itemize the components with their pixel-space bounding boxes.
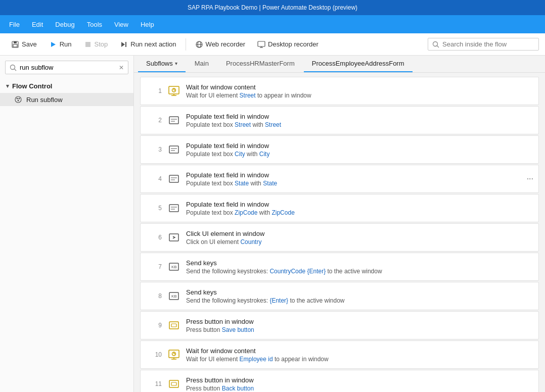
svg-line-16	[15, 69, 17, 71]
row-number: 7	[147, 263, 162, 270]
desktop-recorder-button[interactable]: Desktop recorder	[252, 38, 324, 51]
menu-help[interactable]: Help	[135, 19, 159, 30]
row-number: 1	[147, 87, 162, 94]
sidebar-item-run-subflow[interactable]: Run subflow	[0, 93, 133, 106]
svg-rect-4	[85, 42, 90, 47]
action-icon	[167, 201, 181, 215]
run-button[interactable]: Run	[44, 38, 77, 51]
menu-debug[interactable]: Debug	[50, 19, 79, 30]
tab-main[interactable]: Main	[187, 56, 217, 72]
menu-file[interactable]: File	[4, 19, 25, 30]
menu-tools[interactable]: Tools	[82, 19, 107, 30]
clear-search-icon[interactable]: ✕	[119, 64, 124, 71]
svg-rect-27	[169, 117, 178, 124]
svg-line-14	[437, 45, 439, 47]
action-content: Send keys Send the following keystrokes:…	[186, 288, 532, 304]
action-title: Click UI element in window	[186, 230, 532, 237]
click-icon	[168, 231, 180, 243]
svg-point-18	[17, 98, 18, 100]
web-recorder-button[interactable]: Web recorder	[190, 38, 251, 51]
action-content: Populate text field in window Populate t…	[186, 142, 532, 158]
action-row[interactable]: 11 Press button in window Press button B…	[140, 370, 539, 392]
svg-rect-30	[169, 146, 178, 153]
svg-rect-6	[125, 42, 126, 47]
sidebar-search-input[interactable]: run subflow	[20, 64, 116, 71]
svg-marker-5	[121, 42, 125, 47]
stop-button[interactable]: Stop	[79, 38, 113, 51]
action-icon	[167, 377, 181, 391]
category-flow-control[interactable]: ▾ Flow Control	[0, 79, 133, 93]
action-title: Populate text field in window	[186, 201, 532, 208]
action-title: Send keys	[186, 288, 532, 296]
row-number: 6	[147, 234, 162, 241]
tab-subflows[interactable]: Subflows ▾	[138, 56, 186, 72]
row-number: 8	[147, 292, 162, 300]
action-row[interactable]: 1 Wait for window content Wait for UI el…	[140, 77, 539, 105]
row-number: 4	[147, 175, 162, 182]
populate-icon	[168, 114, 180, 126]
action-content: Press button in window Press button Back…	[186, 376, 532, 392]
action-row[interactable]: 8 KB Send keys Send the following keystr…	[140, 282, 539, 310]
action-icon	[167, 230, 181, 244]
category-label: Flow Control	[12, 82, 52, 90]
svg-point-13	[433, 41, 438, 46]
row-number: 10	[147, 351, 162, 358]
menu-edit[interactable]: Edit	[27, 19, 48, 30]
svg-point-20	[18, 100, 19, 102]
action-title: Press button in window	[186, 376, 532, 384]
desktop-recorder-icon	[257, 40, 265, 48]
action-title: Populate text field in window	[186, 171, 532, 179]
action-row[interactable]: 10 Wait for window content Wait for UI e…	[140, 340, 539, 369]
action-row[interactable]: 7 KB Send keys Send the following keystr…	[140, 253, 539, 281]
web-recorder-icon	[195, 40, 203, 48]
main-layout: run subflow ✕ ▾ Flow Control Run subflow…	[0, 56, 545, 392]
svg-rect-39	[169, 234, 178, 241]
action-row[interactable]: 2 Populate text field in window Populate…	[140, 106, 539, 134]
row-number: 5	[147, 205, 162, 212]
action-desc: Wait for UI element Employee id to appea…	[186, 356, 532, 363]
action-desc: Press button Back button	[186, 385, 532, 392]
menu-bar: File Edit Debug Tools View Help	[0, 15, 545, 33]
send-icon: KB	[168, 261, 180, 273]
action-row[interactable]: 9 Press button in window Press button Sa…	[140, 311, 539, 339]
svg-marker-3	[51, 42, 56, 47]
action-row[interactable]: 4 Populate text field in window Populate…	[140, 165, 539, 193]
action-icon	[167, 113, 181, 127]
action-content: Populate text field in window Populate t…	[186, 201, 532, 216]
action-title: Populate text field in window	[186, 142, 532, 150]
action-row[interactable]: 3 Populate text field in window Populate…	[140, 135, 539, 164]
svg-rect-45	[171, 324, 176, 327]
action-row[interactable]: 5 Populate text field in window Populate…	[140, 194, 539, 222]
tab-process-hr[interactable]: ProcessHRMasterForm	[218, 56, 303, 72]
action-icon	[167, 348, 181, 362]
save-icon	[11, 40, 19, 48]
svg-rect-36	[169, 205, 178, 212]
sidebar-search-container[interactable]: run subflow ✕	[5, 61, 128, 74]
menu-view[interactable]: View	[109, 19, 133, 30]
flow-canvas[interactable]: 1 Wait for window content Wait for UI el…	[134, 73, 545, 392]
action-row[interactable]: 6 Click UI element in window Click on UI…	[140, 223, 539, 252]
chevron-icon: ▾	[6, 83, 9, 89]
action-title: Wait for window content	[186, 83, 532, 91]
subflows-dropdown-icon[interactable]: ▾	[175, 61, 177, 66]
sidebar: run subflow ✕ ▾ Flow Control Run subflow	[0, 56, 134, 392]
press-icon	[168, 378, 180, 390]
toolbar-search[interactable]	[428, 38, 539, 51]
save-button[interactable]: Save	[6, 38, 42, 51]
more-options[interactable]: ···	[527, 174, 533, 183]
row-number: 2	[147, 117, 162, 124]
action-content: Wait for window content Wait for UI elem…	[186, 83, 532, 99]
action-desc: Populate text box ZipCode with ZipCode	[186, 209, 532, 216]
content-area: Subflows ▾ Main ProcessHRMasterForm Proc…	[134, 56, 545, 392]
run-next-button[interactable]: Run next action	[115, 38, 181, 51]
action-content: Press button in window Press button Save…	[186, 318, 532, 333]
action-desc: Wait for UI element Street to appear in …	[186, 92, 532, 99]
tab-process-employee[interactable]: ProcessEmployeeAddressForm	[304, 56, 413, 72]
action-content: Click UI element in window Click on UI e…	[186, 230, 532, 246]
svg-rect-10	[258, 41, 265, 46]
press-icon	[168, 319, 180, 331]
action-desc: Click on UI element Country	[186, 238, 532, 246]
svg-point-15	[11, 65, 15, 69]
action-title: Wait for window content	[186, 347, 532, 355]
flow-search-input[interactable]	[442, 40, 534, 48]
